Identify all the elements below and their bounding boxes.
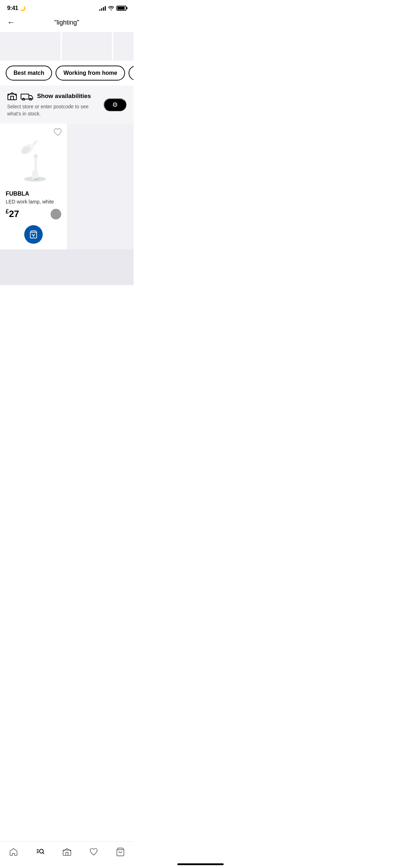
product-price-row: £27 xyxy=(6,208,61,219)
status-bar: 9:41 🌙 xyxy=(0,0,134,14)
svg-point-8 xyxy=(33,154,38,159)
filter-chip-best-match[interactable]: Best match xyxy=(6,66,52,81)
search-title: "lighting" xyxy=(15,19,119,26)
product-image-area xyxy=(6,129,61,186)
wifi-icon xyxy=(108,5,114,11)
filter-row: Best match Working from home › xyxy=(0,61,134,86)
battery-icon xyxy=(116,6,126,11)
add-to-cart-button[interactable] xyxy=(24,225,43,244)
product-card-fubbla: FUBBLA LED work lamp, white £27 xyxy=(0,124,67,249)
color-swatch[interactable] xyxy=(51,209,61,219)
delivery-truck-icon xyxy=(21,92,33,100)
availability-toggle[interactable]: ⚙ xyxy=(104,98,126,111)
category-image-3[interactable] xyxy=(113,32,134,61)
product-price: £27 xyxy=(6,208,19,219)
svg-rect-1 xyxy=(11,96,14,100)
status-time-area: 9:41 🌙 xyxy=(7,5,26,11)
category-image-1[interactable] xyxy=(0,32,61,61)
status-icons xyxy=(99,5,126,11)
cart-icon xyxy=(29,230,38,239)
product-grid: FUBBLA LED work lamp, white £27 xyxy=(0,124,134,285)
signal-icon xyxy=(99,6,106,11)
category-strip xyxy=(0,32,134,61)
availability-icons-row: Show availabilities xyxy=(7,92,104,100)
wishlist-button[interactable] xyxy=(53,128,63,139)
nav-bar: ← "lighting" xyxy=(0,14,134,32)
heart-icon xyxy=(53,128,63,136)
category-image-2[interactable] xyxy=(62,32,112,61)
gear-icon: ⚙ xyxy=(112,101,118,109)
moon-icon: 🌙 xyxy=(20,5,26,11)
availability-banner: Show availabilities Select store or ente… xyxy=(0,86,134,124)
product-card-placeholder xyxy=(67,124,134,249)
svg-rect-7 xyxy=(34,156,37,172)
availability-subtitle: Select store or enter postcode to see wh… xyxy=(7,103,104,117)
filter-chip-working-from-home[interactable]: Working from home xyxy=(56,66,125,81)
back-button[interactable]: ← xyxy=(7,18,15,27)
status-time: 9:41 xyxy=(7,5,18,11)
product-lamp-image xyxy=(12,133,55,183)
svg-rect-6 xyxy=(32,170,38,180)
availability-title: Show availabilities xyxy=(37,93,91,100)
store-building-icon xyxy=(7,92,17,100)
filter-chip-more[interactable]: › xyxy=(129,66,134,81)
availability-text: Show availabilities Select store or ente… xyxy=(7,92,104,117)
product-name: FUBBLA xyxy=(6,191,61,197)
product-description: LED work lamp, white xyxy=(6,198,61,205)
currency-symbol: £ xyxy=(6,209,9,215)
svg-rect-2 xyxy=(21,94,29,99)
